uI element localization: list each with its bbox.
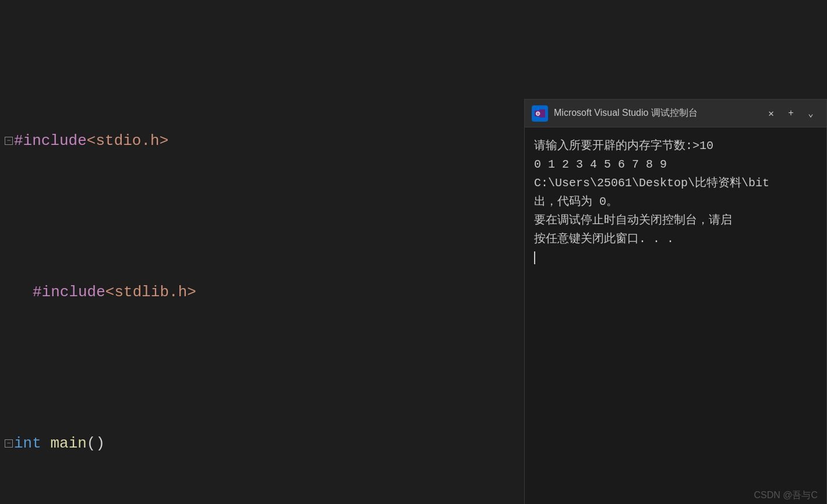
svg-text:⚙: ⚙ [535,111,540,117]
terminal-dropdown-btn[interactable]: ⌄ [802,105,819,122]
terminal-line-4: 出，代码为 0。 [534,193,817,211]
terminal-line-6: 按任意键关闭此窗口. . . [534,230,817,249]
terminal-line-2: 0 1 2 3 4 5 6 7 8 9 [534,155,817,174]
code-editor: − #include<stdio.h> #include<stdlib.h> −… [0,0,524,504]
terminal-cursor [534,251,535,264]
code-line-2: #include<stdlib.h> [0,277,524,307]
terminal-controls: ✕ + ⌄ [762,105,819,122]
terminal-line-5: 要在调试停止时自动关闭控制台，请启 [534,211,817,230]
code-line-1: − #include<stdio.h> [0,126,524,156]
terminal-add-btn[interactable]: + [782,105,800,122]
vs-icon: ⚙ [532,105,548,122]
terminal-close-btn[interactable]: ✕ [762,105,780,122]
terminal-line-1: 请输入所要开辟的内存字节数:>10 [534,137,817,155]
csdn-watermark: CSDN @吾与C [754,489,818,502]
terminal-line-3: C:\Users\25061\Desktop\比特资料\bit [534,174,817,193]
terminal-title-left: ⚙ Microsoft Visual Studio 调试控制台 [532,105,698,122]
terminal-body: 请输入所要开辟的内存字节数:>10 0 1 2 3 4 5 6 7 8 9 C:… [525,127,826,504]
terminal-title: Microsoft Visual Studio 调试控制台 [554,107,698,119]
fold-icon-1[interactable]: − [5,137,13,145]
code-line-3: − int main() [0,428,524,459]
fold-icon-3[interactable]: − [5,439,13,448]
code-content: − #include<stdio.h> #include<stdlib.h> −… [0,0,524,504]
terminal-titlebar: ⚙ Microsoft Visual Studio 调试控制台 ✕ + ⌄ [525,100,826,127]
terminal-panel: ⚙ Microsoft Visual Studio 调试控制台 ✕ + ⌄ 请输… [524,99,827,504]
